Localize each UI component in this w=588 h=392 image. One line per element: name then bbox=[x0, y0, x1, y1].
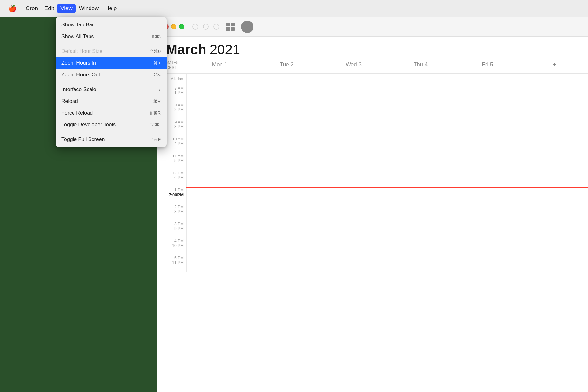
allday-tue[interactable] bbox=[253, 74, 320, 85]
time-cell-fri-10am[interactable] bbox=[454, 136, 521, 153]
time-cell-extra-2pm[interactable] bbox=[521, 204, 588, 221]
time-cell-tue-4pm[interactable] bbox=[253, 238, 320, 255]
time-cell-tue-9am[interactable] bbox=[253, 119, 320, 136]
allday-fri[interactable] bbox=[454, 74, 521, 85]
menubar-view[interactable]: View bbox=[57, 4, 76, 13]
time-cell-thu-3pm[interactable] bbox=[387, 221, 454, 238]
time-cell-thu-4pm[interactable] bbox=[387, 238, 454, 255]
time-cell-tue-3pm[interactable] bbox=[253, 221, 320, 238]
time-cell-mon-5pm[interactable] bbox=[186, 255, 253, 272]
menu-item-reload[interactable]: Reload ⌘R bbox=[56, 95, 167, 107]
time-cell-mon-1pm[interactable] bbox=[186, 187, 253, 204]
layout-icon[interactable] bbox=[226, 23, 235, 31]
time-cell-thu-10am[interactable] bbox=[387, 136, 454, 153]
menu-item-show-tab-bar[interactable]: Show Tab Bar bbox=[56, 19, 167, 31]
time-cell-thu-7am[interactable] bbox=[387, 85, 454, 102]
time-cell-wed-12pm[interactable] bbox=[320, 170, 387, 187]
time-cell-thu-1pm[interactable] bbox=[387, 187, 454, 204]
menu-item-default-hour-size[interactable]: Default Hour Size ⇧⌘0 bbox=[56, 45, 167, 57]
time-cell-wed-2pm[interactable] bbox=[320, 204, 387, 221]
time-cell-tue-1pm[interactable] bbox=[253, 187, 320, 204]
time-cell-wed-3pm[interactable] bbox=[320, 221, 387, 238]
time-cell-extra-11am[interactable] bbox=[521, 153, 588, 170]
menubar-edit[interactable]: Edit bbox=[41, 4, 57, 13]
time-cell-tue-7am[interactable] bbox=[253, 85, 320, 102]
time-cell-mon-4pm[interactable] bbox=[186, 238, 253, 255]
time-cell-mon-12pm[interactable] bbox=[186, 170, 253, 187]
menu-item-force-reload[interactable]: Force Reload ⇧⌘R bbox=[56, 107, 167, 119]
avatar[interactable] bbox=[241, 21, 253, 33]
time-cell-fri-7am[interactable] bbox=[454, 85, 521, 102]
maximize-button[interactable] bbox=[179, 24, 184, 29]
time-cell-extra-7am[interactable] bbox=[521, 85, 588, 102]
allday-extra[interactable] bbox=[521, 74, 588, 85]
menubar-app-name[interactable]: Cron bbox=[23, 4, 41, 13]
time-cell-wed-4pm[interactable] bbox=[320, 238, 387, 255]
menu-item-zoom-hours-out[interactable]: Zoom Hours Out ⌘< bbox=[56, 69, 167, 81]
time-cell-extra-12pm[interactable] bbox=[521, 170, 588, 187]
time-cell-thu-2pm[interactable] bbox=[387, 204, 454, 221]
time-cell-thu-9am[interactable] bbox=[387, 119, 454, 136]
time-cell-mon-10am[interactable] bbox=[186, 136, 253, 153]
menubar-help[interactable]: Help bbox=[102, 4, 120, 13]
time-cell-mon-11am[interactable] bbox=[186, 153, 253, 170]
time-cell-tue-2pm[interactable] bbox=[253, 204, 320, 221]
time-cell-tue-10am[interactable] bbox=[253, 136, 320, 153]
time-cell-mon-2pm[interactable] bbox=[186, 204, 253, 221]
time-cell-tue-11am[interactable] bbox=[253, 153, 320, 170]
time-cell-fri-3pm[interactable] bbox=[454, 221, 521, 238]
time-cell-tue-5pm[interactable] bbox=[253, 255, 320, 272]
time-cell-fri-12pm[interactable] bbox=[454, 170, 521, 187]
allday-mon[interactable] bbox=[186, 74, 253, 85]
time-cell-mon-8am[interactable] bbox=[186, 102, 253, 119]
time-cell-wed-9am[interactable] bbox=[320, 119, 387, 136]
allday-wed[interactable] bbox=[320, 74, 387, 85]
allday-row: All-day bbox=[157, 74, 588, 85]
minimize-button[interactable] bbox=[171, 24, 176, 29]
time-cell-tue-8am[interactable] bbox=[253, 102, 320, 119]
menu-item-toggle-dev-tools[interactable]: Toggle Developer Tools ⌥⌘I bbox=[56, 119, 167, 131]
time-cell-fri-9am[interactable] bbox=[454, 119, 521, 136]
time-cell-thu-11am[interactable] bbox=[387, 153, 454, 170]
apple-menu[interactable]: 🍎 bbox=[5, 3, 20, 14]
time-cell-extra-8am[interactable] bbox=[521, 102, 588, 119]
time-cell-wed-7am[interactable] bbox=[320, 85, 387, 102]
time-cell-extra-10am[interactable] bbox=[521, 136, 588, 153]
time-cell-extra-1pm[interactable] bbox=[521, 187, 588, 204]
time-cell-mon-3pm[interactable] bbox=[186, 221, 253, 238]
time-cell-thu-5pm[interactable] bbox=[387, 255, 454, 272]
time-cell-fri-4pm[interactable] bbox=[454, 238, 521, 255]
time-cell-extra-9am[interactable] bbox=[521, 119, 588, 136]
menu-item-toggle-full-screen[interactable]: Toggle Full Screen ^⌘F bbox=[56, 134, 167, 145]
menu-item-show-all-tabs[interactable]: Show All Tabs ⇧⌘\ bbox=[56, 31, 167, 42]
time-cell-fri-5pm[interactable] bbox=[454, 255, 521, 272]
time-cell-mon-9am[interactable] bbox=[186, 119, 253, 136]
tz1-time: 2 PM bbox=[174, 205, 184, 209]
time-cell-mon-7am[interactable] bbox=[186, 85, 253, 102]
day-header-plus[interactable]: + bbox=[521, 60, 588, 71]
menubar-window[interactable]: Window bbox=[76, 4, 102, 13]
time-cell-extra-4pm[interactable] bbox=[521, 238, 588, 255]
time-row-9am: 9 AM 3 PM bbox=[157, 119, 588, 136]
time-cell-fri-1pm[interactable] bbox=[454, 187, 521, 204]
time-cell-thu-12pm[interactable] bbox=[387, 170, 454, 187]
menu-item-interface-scale[interactable]: Interface Scale › bbox=[56, 84, 167, 95]
time-cell-wed-1pm[interactable] bbox=[320, 187, 387, 204]
time-cell-fri-2pm[interactable] bbox=[454, 204, 521, 221]
allday-thu[interactable] bbox=[387, 74, 454, 85]
time-cell-fri-8am[interactable] bbox=[454, 102, 521, 119]
time-cell-wed-11am[interactable] bbox=[320, 153, 387, 170]
time-cell-extra-5pm[interactable] bbox=[521, 255, 588, 272]
time-cell-fri-11am[interactable] bbox=[454, 153, 521, 170]
time-cell-tue-12pm[interactable] bbox=[253, 170, 320, 187]
time-cell-extra-3pm[interactable] bbox=[521, 221, 588, 238]
menu-separator-2 bbox=[56, 82, 167, 82]
time-cell-thu-8am[interactable] bbox=[387, 102, 454, 119]
menu-item-zoom-hours-in[interactable]: Zoom Hours In ⌘> bbox=[56, 57, 167, 69]
time-cell-wed-8am[interactable] bbox=[320, 102, 387, 119]
menu-separator-1 bbox=[56, 44, 167, 44]
time-cell-wed-5pm[interactable] bbox=[320, 255, 387, 272]
tz2-time-bold: 7:00PM bbox=[169, 192, 184, 197]
time-cell-wed-10am[interactable] bbox=[320, 136, 387, 153]
calendar-header: March 2021 bbox=[157, 37, 588, 60]
